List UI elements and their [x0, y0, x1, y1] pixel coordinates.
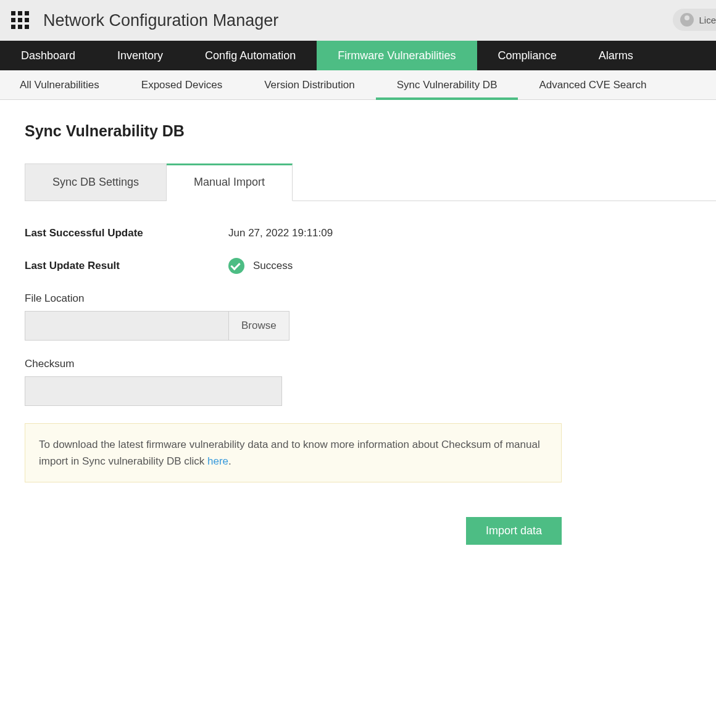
checksum-input[interactable]	[25, 376, 282, 406]
subnav-all-vulnerabilities[interactable]: All Vulnerabilities	[11, 70, 120, 99]
last-result-value: Success	[253, 260, 293, 272]
page-title: Sync Vulnerability DB	[25, 122, 691, 140]
info-link-here[interactable]: here	[207, 455, 228, 467]
last-update-value: Jun 27, 2022 19:11:09	[228, 227, 333, 239]
app-title: Network Configuration Manager	[43, 11, 278, 30]
file-location-label: File Location	[25, 292, 691, 305]
license-badge[interactable]: Lice	[673, 9, 716, 31]
last-result-label: Last Update Result	[25, 260, 228, 272]
import-data-button[interactable]: Import data	[466, 517, 562, 545]
medal-icon	[680, 13, 694, 27]
nav-dashboard[interactable]: Dashboard	[0, 41, 96, 70]
tab-sync-db-settings[interactable]: Sync DB Settings	[25, 163, 167, 201]
license-label: Lice	[699, 15, 716, 25]
nav-compliance[interactable]: Compliance	[477, 41, 578, 70]
browse-button[interactable]: Browse	[228, 311, 289, 341]
row-last-update: Last Successful Update Jun 27, 2022 19:1…	[25, 227, 691, 239]
checksum-label: Checksum	[25, 358, 691, 370]
info-box: To download the latest firmware vulnerab…	[25, 423, 562, 482]
field-checksum: Checksum	[25, 358, 691, 406]
info-text-b: .	[228, 455, 231, 467]
nav-firmware-vulnerabilities[interactable]: Firmware Vulnerabilities	[317, 41, 477, 70]
row-last-result: Last Update Result Success	[25, 258, 691, 274]
main-nav: Dashboard Inventory Config Automation Fi…	[0, 41, 716, 70]
last-update-label: Last Successful Update	[25, 227, 228, 239]
subnav-version-distribution[interactable]: Version Distribution	[243, 70, 375, 99]
success-check-icon	[228, 258, 244, 274]
nav-config-automation[interactable]: Config Automation	[184, 41, 317, 70]
file-location-input[interactable]	[25, 311, 228, 341]
nav-alarms[interactable]: Alarms	[578, 41, 654, 70]
sub-nav: All Vulnerabilities Exposed Devices Vers…	[0, 70, 716, 100]
page-content: Sync Vulnerability DB Sync DB Settings M…	[0, 100, 716, 567]
info-text-a: To download the latest firmware vulnerab…	[39, 439, 540, 467]
subnav-sync-vulnerability-db[interactable]: Sync Vulnerability DB	[376, 70, 518, 99]
subnav-exposed-devices[interactable]: Exposed Devices	[120, 70, 243, 99]
subnav-advanced-cve-search[interactable]: Advanced CVE Search	[518, 70, 667, 99]
form-area: Last Successful Update Jun 27, 2022 19:1…	[25, 201, 691, 545]
nav-inventory[interactable]: Inventory	[96, 41, 184, 70]
field-file-location: File Location Browse	[25, 292, 691, 341]
top-header: Network Configuration Manager Lice	[0, 0, 716, 41]
tab-manual-import[interactable]: Manual Import	[167, 163, 293, 201]
apps-grid-icon[interactable]	[11, 11, 30, 30]
inner-tabs: Sync DB Settings Manual Import	[25, 163, 716, 201]
action-row: Import data	[25, 517, 562, 545]
